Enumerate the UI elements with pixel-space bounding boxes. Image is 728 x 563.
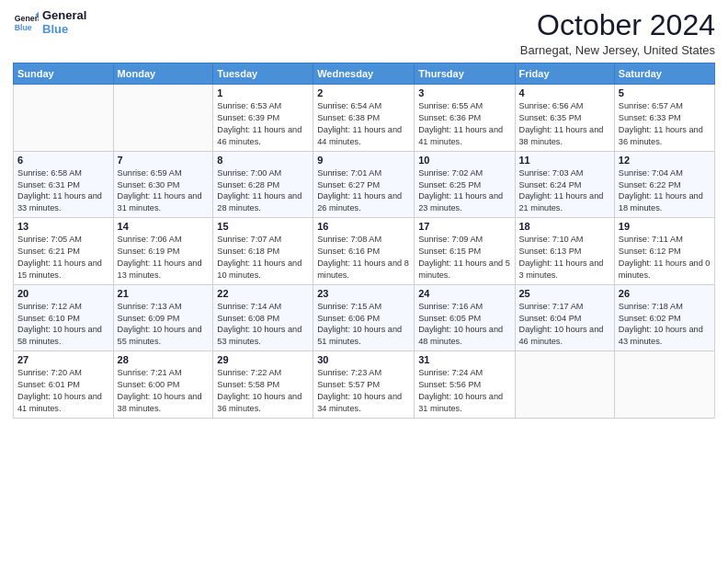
title-block: October 2024 Barnegat, New Jersey, Unite… [520,9,715,57]
calendar-cell: 6Sunrise: 6:58 AM Sunset: 6:31 PM Daylig… [14,151,114,218]
calendar-cell: 2Sunrise: 6:54 AM Sunset: 6:38 PM Daylig… [313,85,415,152]
day-number: 10 [418,155,510,166]
day-number: 15 [217,221,309,232]
calendar-cell: 29Sunrise: 7:22 AM Sunset: 5:58 PM Dayli… [213,351,313,419]
day-info: Sunrise: 7:24 AM Sunset: 5:56 PM Dayligh… [418,367,510,415]
day-info: Sunrise: 7:20 AM Sunset: 6:01 PM Dayligh… [17,367,109,415]
day-info: Sunrise: 7:12 AM Sunset: 6:10 PM Dayligh… [17,301,109,349]
calendar-cell: 16Sunrise: 7:08 AM Sunset: 6:16 PM Dayli… [313,218,415,285]
day-info: Sunrise: 7:10 AM Sunset: 6:13 PM Dayligh… [519,234,610,282]
calendar-cell: 4Sunrise: 6:56 AM Sunset: 6:35 PM Daylig… [515,85,614,152]
calendar-cell: 8Sunrise: 7:00 AM Sunset: 6:28 PM Daylig… [213,151,313,218]
day-number: 3 [418,87,510,98]
svg-text:General: General [15,14,39,23]
day-number: 11 [519,155,610,166]
day-info: Sunrise: 7:23 AM Sunset: 5:57 PM Dayligh… [317,367,410,415]
day-info: Sunrise: 7:14 AM Sunset: 6:08 PM Dayligh… [217,301,309,349]
calendar-cell [614,351,714,419]
day-number: 1 [217,87,309,98]
day-info: Sunrise: 6:55 AM Sunset: 6:36 PM Dayligh… [418,100,510,148]
logo-general: General [42,9,86,23]
col-wednesday: Wednesday [313,63,415,85]
calendar-cell: 22Sunrise: 7:14 AM Sunset: 6:08 PM Dayli… [213,284,313,351]
calendar-cell: 9Sunrise: 7:01 AM Sunset: 6:27 PM Daylig… [313,151,415,218]
day-number: 9 [317,155,410,166]
day-number: 31 [418,354,510,365]
day-info: Sunrise: 7:00 AM Sunset: 6:28 PM Dayligh… [217,167,309,215]
day-number: 18 [519,221,610,232]
calendar-cell: 13Sunrise: 7:05 AM Sunset: 6:21 PM Dayli… [14,218,114,285]
day-info: Sunrise: 7:04 AM Sunset: 6:22 PM Dayligh… [619,167,711,215]
day-number: 4 [519,87,610,98]
col-saturday: Saturday [614,63,714,85]
day-number: 17 [418,221,510,232]
day-number: 14 [118,221,210,232]
day-number: 8 [217,155,309,166]
calendar-cell: 7Sunrise: 6:59 AM Sunset: 6:30 PM Daylig… [113,151,213,218]
calendar-cell: 3Sunrise: 6:55 AM Sunset: 6:36 PM Daylig… [415,85,515,152]
day-info: Sunrise: 7:02 AM Sunset: 6:25 PM Dayligh… [418,167,510,215]
calendar-cell: 17Sunrise: 7:09 AM Sunset: 6:15 PM Dayli… [415,218,515,285]
day-info: Sunrise: 7:21 AM Sunset: 6:00 PM Dayligh… [118,367,210,415]
day-number: 24 [418,288,510,299]
calendar-cell: 18Sunrise: 7:10 AM Sunset: 6:13 PM Dayli… [515,218,614,285]
calendar-week-row: 6Sunrise: 6:58 AM Sunset: 6:31 PM Daylig… [14,151,715,218]
calendar-cell: 27Sunrise: 7:20 AM Sunset: 6:01 PM Dayli… [14,351,114,419]
day-number: 6 [17,155,109,166]
calendar-cell: 25Sunrise: 7:17 AM Sunset: 6:04 PM Dayli… [515,284,614,351]
month-title: October 2024 [520,9,715,41]
day-number: 22 [217,288,309,299]
calendar-cell [113,85,213,152]
calendar-cell: 21Sunrise: 7:13 AM Sunset: 6:09 PM Dayli… [113,284,213,351]
day-number: 13 [17,221,109,232]
calendar-cell: 1Sunrise: 6:53 AM Sunset: 6:39 PM Daylig… [213,85,313,152]
day-number: 7 [118,155,210,166]
day-info: Sunrise: 6:56 AM Sunset: 6:35 PM Dayligh… [519,100,610,148]
location-title: Barnegat, New Jersey, United States [520,43,715,57]
calendar-cell: 28Sunrise: 7:21 AM Sunset: 6:00 PM Dayli… [113,351,213,419]
day-number: 19 [619,221,711,232]
calendar-cell [14,85,114,152]
calendar-header-row: Sunday Monday Tuesday Wednesday Thursday… [14,63,715,85]
day-info: Sunrise: 6:53 AM Sunset: 6:39 PM Dayligh… [217,100,309,148]
day-info: Sunrise: 7:03 AM Sunset: 6:24 PM Dayligh… [519,167,610,215]
day-number: 26 [619,288,711,299]
day-info: Sunrise: 7:18 AM Sunset: 6:02 PM Dayligh… [619,301,711,349]
calendar-cell: 23Sunrise: 7:15 AM Sunset: 6:06 PM Dayli… [313,284,415,351]
day-number: 16 [317,221,410,232]
day-info: Sunrise: 6:59 AM Sunset: 6:30 PM Dayligh… [118,167,210,215]
day-info: Sunrise: 7:08 AM Sunset: 6:16 PM Dayligh… [317,234,410,282]
header: General Blue General Blue October 2024 B… [13,9,715,57]
day-info: Sunrise: 7:16 AM Sunset: 6:05 PM Dayligh… [418,301,510,349]
day-number: 30 [317,354,410,365]
calendar-cell: 19Sunrise: 7:11 AM Sunset: 6:12 PM Dayli… [614,218,714,285]
col-tuesday: Tuesday [213,63,313,85]
day-number: 23 [317,288,410,299]
calendar-week-row: 13Sunrise: 7:05 AM Sunset: 6:21 PM Dayli… [14,218,715,285]
day-number: 21 [118,288,210,299]
day-number: 5 [619,87,711,98]
calendar-week-row: 27Sunrise: 7:20 AM Sunset: 6:01 PM Dayli… [14,351,715,419]
day-number: 27 [17,354,109,365]
calendar-cell: 15Sunrise: 7:07 AM Sunset: 6:18 PM Dayli… [213,218,313,285]
page: General Blue General Blue October 2024 B… [0,0,728,563]
day-number: 20 [17,288,109,299]
col-friday: Friday [515,63,614,85]
day-info: Sunrise: 7:07 AM Sunset: 6:18 PM Dayligh… [217,234,309,282]
logo-icon: General Blue [13,10,39,36]
calendar-cell: 12Sunrise: 7:04 AM Sunset: 6:22 PM Dayli… [614,151,714,218]
calendar-cell [515,351,614,419]
calendar-cell: 24Sunrise: 7:16 AM Sunset: 6:05 PM Dayli… [415,284,515,351]
day-info: Sunrise: 7:06 AM Sunset: 6:19 PM Dayligh… [118,234,210,282]
calendar-cell: 31Sunrise: 7:24 AM Sunset: 5:56 PM Dayli… [415,351,515,419]
day-number: 12 [619,155,711,166]
day-number: 29 [217,354,309,365]
day-number: 25 [519,288,610,299]
day-info: Sunrise: 7:17 AM Sunset: 6:04 PM Dayligh… [519,301,610,349]
calendar-cell: 14Sunrise: 7:06 AM Sunset: 6:19 PM Dayli… [113,218,213,285]
calendar-cell: 30Sunrise: 7:23 AM Sunset: 5:57 PM Dayli… [313,351,415,419]
day-number: 28 [118,354,210,365]
col-monday: Monday [113,63,213,85]
svg-text:Blue: Blue [15,23,32,32]
logo-blue: Blue [42,23,86,37]
